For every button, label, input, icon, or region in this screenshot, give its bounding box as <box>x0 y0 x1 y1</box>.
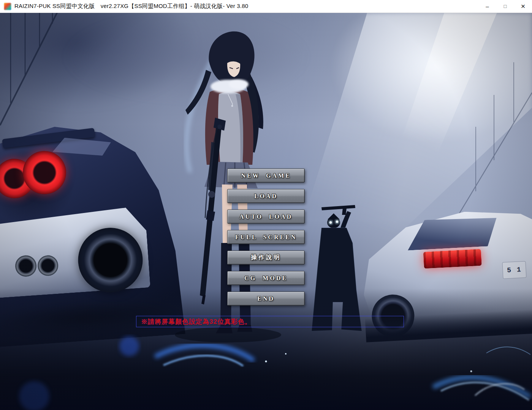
notice-text: ※請將屏幕顏色設定為32位真彩色。 <box>141 317 252 326</box>
game-viewport: 5 1 <box>0 13 532 410</box>
help-button[interactable]: 操作說明 <box>227 251 305 265</box>
end-button[interactable]: END <box>227 292 305 306</box>
window-controls: – □ ✕ <box>478 0 532 13</box>
titlebar: RAIZIN7-PUK SS同盟中文化版 ver2.27XG【SS同盟MOD工作… <box>0 0 532 13</box>
close-button[interactable]: ✕ <box>514 0 532 13</box>
window-title: RAIZIN7-PUK SS同盟中文化版 ver2.27XG【SS同盟MOD工作… <box>14 3 248 10</box>
cg-mode-button[interactable]: CG MODE <box>227 271 305 285</box>
main-menu: NEW GAME LOAD AUTO LOAD FULL SCREEN 操作說明… <box>227 169 305 312</box>
color-depth-notice: ※請將屏幕顏色設定為32位真彩色。 <box>136 316 404 327</box>
auto-load-button[interactable]: AUTO LOAD <box>227 210 305 224</box>
minimize-button[interactable]: – <box>478 0 496 13</box>
full-screen-button[interactable]: FULL SCREEN <box>227 230 305 244</box>
new-game-button[interactable]: NEW GAME <box>227 169 305 183</box>
maximize-button[interactable]: □ <box>496 0 514 13</box>
app-icon <box>4 3 11 10</box>
load-button[interactable]: LOAD <box>227 189 305 203</box>
